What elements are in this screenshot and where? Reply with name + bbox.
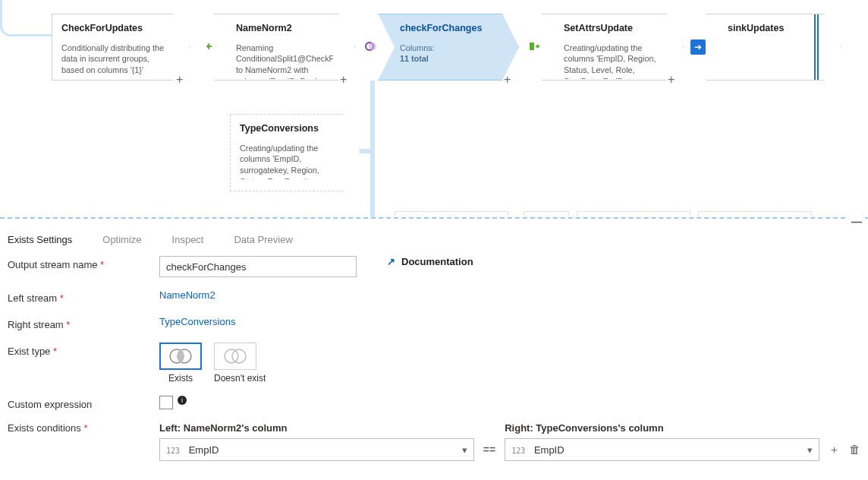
node-set-attrs-update[interactable]: SetAttrsUpdate Creating/updating the col…: [542, 14, 683, 81]
node-sink-updates[interactable]: sinkUpdates: [706, 14, 841, 81]
svg-point-7: [232, 349, 246, 363]
venn-doesnt-exist-icon: [220, 347, 250, 365]
documentation-label: Documentation: [401, 256, 473, 267]
add-branch-button[interactable]: +: [668, 73, 675, 222]
exists-transform-icon: [363, 38, 379, 55]
node-title: checkForChanges: [400, 22, 497, 35]
panel-divider: [0, 217, 868, 219]
output-stream-input[interactable]: [159, 256, 357, 277]
tab-inspect[interactable]: Inspect: [172, 234, 204, 245]
label-custom-expression: Custom expression: [8, 396, 159, 410]
cond-left-column-dropdown[interactable]: 123 EmpID ▾: [159, 438, 474, 461]
svg-point-6: [225, 349, 238, 363]
cond-left-header: Left: NameNorm2's column: [159, 422, 474, 434]
left-stream-value[interactable]: NameNorm2: [159, 289, 215, 301]
equals-operator: ==: [483, 428, 495, 456]
incoming-connector-h: [11, 34, 49, 36]
delete-condition-button[interactable]: 🗑: [849, 443, 860, 457]
node-desc: Renaming ConditionalSplit1@CheckForUpdat…: [236, 43, 333, 79]
label-right-stream: Right stream: [8, 316, 159, 330]
tab-optimize[interactable]: Optimize: [102, 234, 141, 245]
panel-tabs: Exists Settings Optimize Inspect Data Pr…: [8, 232, 860, 256]
exist-type-doesnt-exist[interactable]: [214, 343, 256, 370]
settings-panel: Exists Settings Optimize Inspect Data Pr…: [0, 225, 868, 480]
columns-label: Columns:: [400, 43, 435, 52]
chevron-down-icon: ▾: [807, 444, 813, 456]
node-title: NameNorm2: [236, 22, 333, 35]
col-type-tag: 123: [166, 447, 180, 455]
label-exist-type: Exist type: [8, 343, 159, 357]
node-title: sinkUpdates: [728, 22, 819, 35]
venn-exists-icon: [165, 347, 196, 365]
divider-tab-marker: [577, 211, 690, 216]
divider-tab-marker: [395, 211, 508, 216]
add-condition-button[interactable]: ＋: [829, 443, 840, 457]
label-left-stream: Left stream: [8, 289, 159, 304]
custom-expression-checkbox[interactable]: [159, 396, 173, 409]
svg-point-5: [178, 350, 184, 362]
node-desc: Conditionally distributing the data in i…: [61, 43, 168, 76]
add-branch-button[interactable]: +: [504, 73, 511, 222]
node-type-conversions[interactable]: TypeConversions Creating/updating the co…: [230, 114, 360, 191]
incoming-connector: [0, 0, 52, 36]
external-link-icon: ↗: [387, 256, 395, 267]
chevron-down-icon: ▾: [462, 444, 467, 456]
node-title: SetAttrsUpdate: [564, 22, 661, 35]
dataflow-canvas[interactable]: CheckForUpdates Conditionally distributi…: [0, 0, 868, 220]
derived-column-icon: [527, 38, 543, 55]
cond-right-header: Right: TypeConversions's column: [505, 422, 819, 434]
node-title: TypeConversions: [240, 122, 340, 135]
columns-count: 11 total: [400, 54, 429, 63]
node-check-for-changes[interactable]: checkForChanges Columns: 11 total: [378, 14, 519, 81]
svg-rect-2: [530, 43, 534, 50]
add-branch-button[interactable]: +: [176, 73, 183, 222]
node-check-for-updates[interactable]: CheckForUpdates Conditionally distributi…: [52, 14, 190, 81]
node-name-norm2[interactable]: NameNorm2 Renaming ConditionalSplit1@Che…: [214, 14, 355, 81]
svg-point-1: [369, 43, 376, 50]
col-name: EmpID: [534, 444, 565, 456]
tab-exists-settings[interactable]: Exists Settings: [8, 234, 72, 245]
right-stream-value[interactable]: TypeConversions: [159, 316, 235, 327]
conditional-split-icon: [199, 38, 215, 55]
divider-tab-marker: [524, 211, 569, 216]
col-type-tag: 123: [511, 447, 525, 455]
sink-stripes: [814, 14, 820, 80]
divider-tab-marker: [698, 211, 812, 216]
node-title: CheckForUpdates: [61, 22, 168, 35]
col-name: EmpID: [189, 444, 219, 456]
tab-data-preview[interactable]: Data Preview: [234, 234, 292, 245]
sink-icon: ➔: [690, 39, 706, 55]
exists-option-label: Exists: [159, 373, 202, 384]
node-desc: Columns: 11 total: [400, 43, 497, 65]
label-exists-conditions: Exists conditions: [8, 422, 159, 434]
documentation-link[interactable]: ↗ Documentation: [387, 256, 473, 267]
cond-right-column-dropdown[interactable]: 123 EmpID ▾: [505, 438, 819, 461]
exist-type-exists[interactable]: [159, 343, 202, 370]
node-desc: Creating/updating the columns 'EmpID, su…: [240, 143, 340, 179]
info-icon[interactable]: i: [178, 396, 187, 405]
label-output-stream: Output stream name: [8, 256, 159, 270]
doesnt-exist-option-label: Doesn't exist: [214, 373, 266, 384]
node-desc: Creating/updating the columns 'EmpID, Re…: [564, 43, 661, 79]
